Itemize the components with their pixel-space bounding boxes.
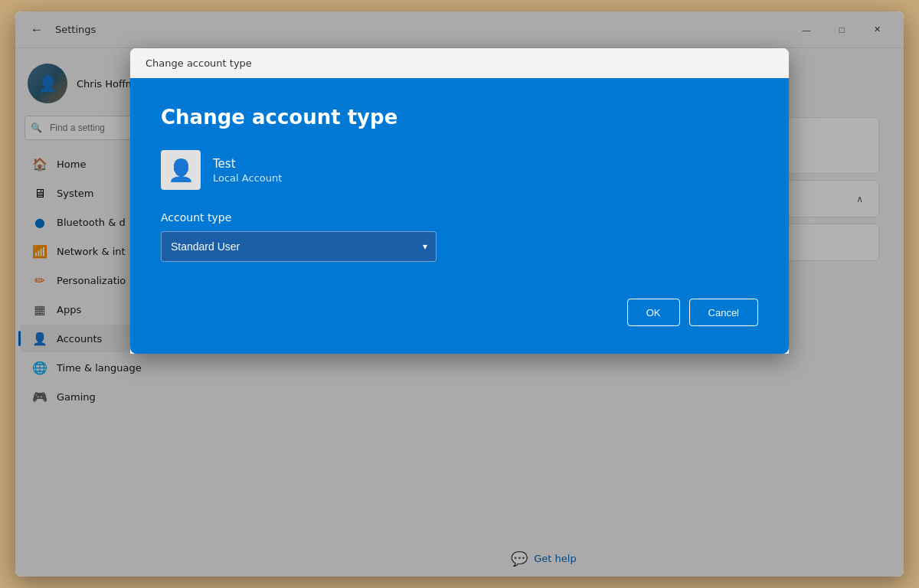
dialog-user-name: Test bbox=[213, 157, 282, 171]
cancel-button[interactable]: Cancel bbox=[689, 299, 758, 326]
user-avatar-icon: 👤 bbox=[168, 158, 195, 183]
settings-window: ← Settings — □ ✕ 👤 Chris Hoffman 🔍 🏠 bbox=[15, 11, 904, 577]
ok-button[interactable]: OK bbox=[627, 299, 680, 326]
dialog-titlebar: Change account type bbox=[130, 48, 789, 78]
dialog-user-info: Test Local Account bbox=[213, 157, 282, 184]
dialog-overlay: Change account type Change account type … bbox=[15, 11, 904, 577]
account-type-select[interactable]: Standard User Administrator bbox=[161, 231, 437, 262]
dialog-user-type: Local Account bbox=[213, 172, 282, 184]
account-type-select-wrap: Standard User Administrator ▾ bbox=[161, 231, 437, 262]
dialog-body: Change account type 👤 Test Local Account… bbox=[130, 78, 789, 354]
dialog-actions: OK Cancel bbox=[161, 299, 758, 326]
account-type-label: Account type bbox=[161, 211, 758, 224]
dialog-user-row: 👤 Test Local Account bbox=[161, 150, 758, 190]
dialog-title: Change account type bbox=[161, 106, 758, 129]
dialog-avatar: 👤 bbox=[161, 150, 201, 190]
dialog: Change account type Change account type … bbox=[130, 48, 789, 354]
dialog-titlebar-label: Change account type bbox=[146, 57, 252, 69]
